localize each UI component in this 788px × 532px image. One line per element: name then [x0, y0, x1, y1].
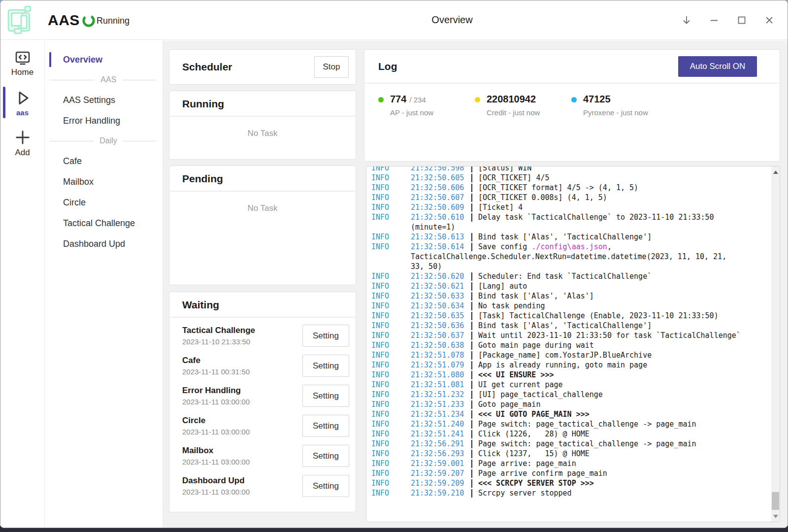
log-message: [UI] page_tactical_challenge: [478, 390, 780, 399]
setting-button[interactable]: Setting: [302, 325, 349, 347]
log-viewer[interactable]: INFO21:32:50.598[Status] WININFO21:32:50…: [366, 166, 780, 522]
log-timestamp: 21:32:50.605: [411, 173, 471, 183]
log-title: Log: [378, 61, 397, 72]
log-stats: 774/ 234AP - just now220810942Credit - j…: [364, 84, 780, 117]
nav-item-mailbox[interactable]: Mailbox: [45, 171, 163, 192]
rail-item-home[interactable]: Home: [0, 49, 44, 77]
log-message: TacticalChallenge.Scheduler.NextRun=date…: [411, 252, 780, 262]
scrollbar-thumb[interactable]: [772, 492, 779, 510]
log-message: Save config ./config\aas.json,: [478, 242, 780, 252]
waiting-task-cafe: Cafe2023-11-11 00:31:50Setting: [169, 351, 356, 381]
stat-suffix: / 234: [409, 96, 426, 104]
rail-item-label: Home: [11, 67, 33, 77]
rail-item-add[interactable]: Add: [0, 128, 44, 158]
log-timestamp: 21:32:51.234: [411, 409, 471, 419]
log-line: INFO21:32:59.210Scrcpy server stopped: [366, 488, 780, 498]
log-message: Delay task `TacticalChallenge` to 2023-1…: [478, 212, 780, 222]
maximize-button[interactable]: [734, 13, 749, 28]
setting-button[interactable]: Setting: [302, 445, 349, 467]
auto-scroll-toggle[interactable]: Auto Scroll ON: [678, 56, 757, 77]
log-line: INFO21:32:56.293Click (1237, 15) @ HOME: [366, 449, 780, 459]
log-message: Bind task ['Alas', 'TacticalChallenge']: [478, 232, 780, 242]
close-button[interactable]: [762, 13, 777, 28]
log-timestamp: 21:32:50.607: [411, 193, 471, 202]
log-line: INFO21:32:50.636Bind task ['Alas', 'Tact…: [366, 321, 780, 331]
log-message: [Status] WIN: [478, 166, 780, 173]
stat-dot-icon: [378, 97, 384, 102]
waiting-task-info: Tactical Challenge2023-11-10 21:33:50: [182, 326, 255, 346]
nav-item-dashboard-upd[interactable]: Dashboard Upd: [45, 233, 163, 254]
log-separator-bar: [471, 370, 478, 380]
arrow-down-icon: [680, 13, 693, 27]
log-timestamp: 21:32:50.610: [411, 212, 471, 222]
update-download-button[interactable]: [679, 13, 694, 28]
log-timestamp: 21:32:51.081: [411, 380, 471, 390]
task-next-run-time: 2023-11-11 03:00:00: [182, 458, 250, 466]
triangle-up-icon: [773, 170, 778, 174]
log-separator-bar: [471, 478, 478, 488]
log-timestamp: 21:32:50.606: [411, 183, 471, 193]
nav-item-tactical-challenge[interactable]: Tactical Challenge: [45, 213, 163, 233]
stat-value: 774: [390, 94, 406, 104]
log-indent-spacer: [366, 252, 411, 262]
log-line: INFO21:32:51.080<<< UI ENSURE >>>: [366, 370, 780, 380]
log-level: INFO: [366, 478, 411, 488]
log-message: App is already running, goto main page: [478, 360, 780, 370]
waiting-task-info: Circle2023-11-11 03:00:00: [182, 416, 250, 436]
stat-dot-icon: [571, 97, 577, 102]
log-timestamp: 21:32:50.613: [411, 232, 471, 242]
log-timestamp: 21:32:56.293: [411, 449, 471, 459]
setting-button[interactable]: Setting: [302, 355, 349, 377]
setting-button[interactable]: Setting: [302, 385, 349, 407]
log-line: INFO21:32:59.001Page arrive: page_main: [366, 459, 780, 468]
running-title: Running: [169, 98, 356, 110]
setting-button[interactable]: Setting: [302, 415, 349, 437]
nav-item-label: Circle: [63, 198, 86, 208]
log-message: [Task] TacticalChallenge (Enable, 2023-1…: [478, 311, 780, 321]
log-level: INFO: [366, 212, 411, 222]
log-level: INFO: [366, 321, 411, 331]
log-message: Page arrive confirm page_main: [478, 468, 780, 478]
log-line: INFO21:32:50.635[Task] TacticalChallenge…: [366, 311, 780, 321]
nav-item-overview[interactable]: Overview: [45, 49, 163, 70]
log-line: INFO21:32:50.621[Lang] auto: [366, 281, 780, 291]
task-next-run-time: 2023-11-11 03:00:00: [182, 428, 250, 436]
log-separator-bar: [471, 360, 478, 370]
rail-item-aas[interactable]: aas: [0, 88, 44, 117]
log-message: [Package_name] com.YostarJP.BlueArchive: [478, 350, 780, 360]
setting-button[interactable]: Setting: [302, 475, 349, 497]
nav-item-label: Mailbox: [63, 177, 94, 187]
minimize-button[interactable]: [707, 13, 722, 28]
log-line: INFO21:32:51.232[UI] page_tactical_chall…: [366, 390, 780, 399]
log-line: INFO21:32:50.610Delay task `TacticalChal…: [366, 212, 780, 222]
log-level: INFO: [366, 449, 411, 459]
nav-item-label: Dashboard Upd: [63, 239, 125, 249]
task-next-run-time: 2023-11-11 00:31:50: [182, 367, 250, 376]
nav-item-circle[interactable]: Circle: [45, 192, 163, 213]
log-level: INFO: [366, 271, 411, 281]
scroll-down-button[interactable]: [771, 512, 780, 520]
stop-button[interactable]: Stop: [314, 56, 349, 78]
play-icon: [13, 88, 33, 108]
log-header: Log Auto Scroll ON: [364, 56, 780, 77]
nav-item-cafe[interactable]: Cafe: [45, 151, 163, 171]
log-message: [OCR_TICKET format] 4/5 -> (4, 1, 5): [478, 183, 780, 193]
task-next-run-time: 2023-11-11 03:00:00: [182, 488, 250, 496]
waiting-task-circle: Circle2023-11-11 03:00:00Setting: [169, 411, 356, 441]
running-status: Running: [81, 13, 130, 28]
scroll-up-button[interactable]: [771, 168, 780, 176]
log-timestamp: 21:32:51.240: [411, 419, 471, 429]
waiting-title: Waiting: [169, 299, 356, 311]
log-separator-bar: [471, 399, 478, 409]
nav-item-error-handling[interactable]: Error Handling: [45, 110, 163, 131]
nav-item-aas-settings[interactable]: AAS Settings: [45, 90, 163, 110]
task-next-run-time: 2023-11-11 03:00:00: [182, 398, 250, 406]
log-scrollbar[interactable]: [771, 166, 780, 522]
log-message: Scheduler: End task `TacticalChallenge`: [478, 271, 780, 281]
nav-section-label: Daily: [99, 136, 117, 145]
log-timestamp: 21:32:59.210: [411, 488, 471, 498]
page-title: Overview: [431, 14, 472, 26]
log-level: INFO: [366, 340, 411, 350]
log-level: INFO: [366, 291, 411, 301]
stat-value: 47125: [583, 94, 611, 104]
